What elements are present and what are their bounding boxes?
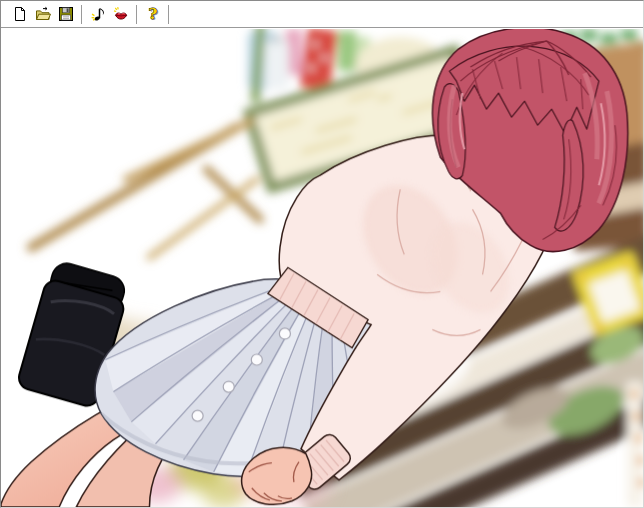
viewer-window: ? ? <box>0 0 644 508</box>
play-music-button[interactable] <box>87 4 108 25</box>
save-floppy-icon <box>58 6 74 22</box>
toolbar-separator <box>136 5 137 24</box>
image-canvas[interactable] <box>1 29 643 507</box>
open-file-button[interactable] <box>32 4 53 25</box>
toolbar-separator <box>81 5 82 24</box>
save-file-button[interactable] <box>55 4 76 25</box>
new-document-icon <box>12 6 28 22</box>
edge-strip <box>627 382 643 507</box>
toolbar: ? ? <box>1 1 643 28</box>
lips-icon <box>113 6 129 22</box>
illustration <box>1 29 643 507</box>
svg-text:?: ? <box>148 6 157 22</box>
open-folder-icon <box>35 6 51 22</box>
help-button[interactable]: ? ? <box>142 4 163 25</box>
toolbar-separator <box>168 5 169 24</box>
play-voice-button[interactable] <box>110 4 131 25</box>
new-document-button[interactable] <box>9 4 30 25</box>
music-note-icon <box>90 6 106 22</box>
question-mark-icon: ? ? <box>145 6 161 22</box>
